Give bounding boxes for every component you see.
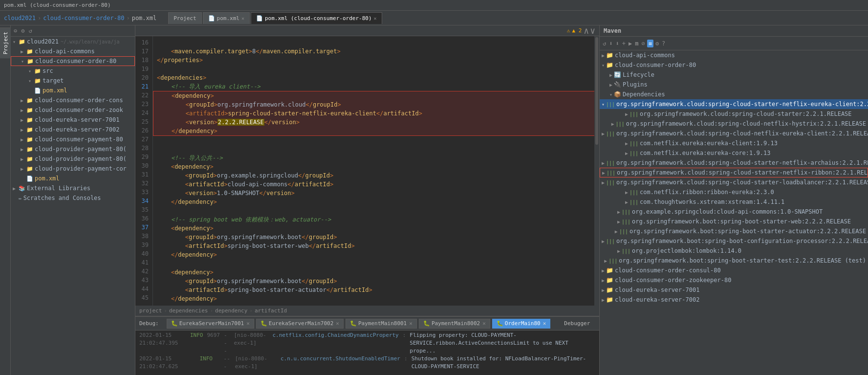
debug-session-order-80[interactable]: 🐛 OrderMain80 ✕ — [492, 319, 550, 329]
maven-dep-bar-web-icon: ||| — [622, 219, 630, 224]
tree-label-provider-80a: cloud-provider-payment-80( — [35, 146, 127, 153]
tree-item-target[interactable]: ▾ 📁 target — [11, 76, 135, 86]
maven-add-btn[interactable]: + — [621, 39, 627, 48]
maven-run-btn[interactable]: ▶ — [628, 39, 633, 48]
maven-item-ribbon[interactable]: ▶ ||| org.springframework.cloud:spring-c… — [600, 168, 868, 177]
tab-pom-xml-active[interactable]: 📄 pom.xml (cloud-consumer-order-80) ✕ — [251, 12, 382, 24]
maven-item-lombok[interactable]: ▶ ||| org.projectlombok:lombok:1.14.0 — [600, 246, 868, 256]
maven-m-btn[interactable]: m — [634, 39, 639, 48]
debug-session-payment-8001[interactable]: 🐛 PaymentMain8001 ✕ — [346, 319, 417, 329]
warning-expand-btn[interactable]: ∧ — [584, 25, 589, 36]
breadcrumb-project[interactable]: project — [139, 308, 162, 314]
debug-tab-debugger[interactable]: Debugger — [558, 319, 596, 328]
tree-item-pom-xml[interactable]: 📄 pom.xml — [11, 86, 135, 95]
tree-item-cloud-consumer-80[interactable]: ▾ 📁 cloud-consumer-order-80 — [11, 56, 135, 66]
maven-item-hystrix[interactable]: ▶ ||| org.springframework.cloud:spring-c… — [600, 119, 868, 129]
maven-label-api-dep: org.example.springcloud:cloud-api-common… — [632, 208, 823, 215]
close-session-7001[interactable]: ✕ — [246, 320, 250, 327]
debug-session-eureka-7001[interactable]: 🐛 EurekaServerMain7001 ✕ — [167, 319, 254, 329]
maven-item-eureka-client-netflix[interactable]: ▶ ||| com.netflix.eureka:eureka-client:1… — [600, 138, 868, 148]
tree-item-payment-80[interactable]: ▶ 📁 cloud-consumer-payment-80 — [11, 134, 135, 144]
maven-help-btn[interactable]: ? — [661, 39, 666, 48]
maven-arrow-es-7001: ▶ — [602, 287, 605, 293]
maven-item-lifecycle[interactable]: ▶ 🔄 Lifecycle — [600, 70, 868, 80]
tree-item-eureka-7001[interactable]: ▶ 📁 cloud-eureka-server-7001 — [11, 115, 135, 125]
maven-label-plugins: Plugins — [623, 81, 648, 88]
tree-item-scratches[interactable]: ✏️ Scratches and Consoles — [11, 193, 135, 203]
maven-arrow-eureka-core: ▶ — [625, 151, 628, 156]
maven-item-sb-test[interactable]: ▶ ||| org.springframework.boot:spring-bo… — [600, 256, 868, 265]
toolbar-refresh-btn[interactable]: ↺ — [27, 26, 33, 35]
maven-label-sc-starter: org.springframework.cloud:spring-cloud-s… — [640, 110, 851, 117]
tree-arrow-src: ▾ — [28, 68, 33, 74]
tree-item-root-pom[interactable]: 📄 pom.xml — [11, 174, 135, 183]
breadcrumb-dependency[interactable]: dependency — [215, 308, 247, 314]
toolbar-settings-btn[interactable]: ⚙ — [20, 26, 25, 35]
maven-item-archaius[interactable]: ▶ ||| org.springframework.cloud:spring-c… — [600, 158, 868, 168]
maven-item-ribbon-eureka[interactable]: ▶ ||| com.netflix.ribbon:ribbon-eureka:2… — [600, 187, 868, 197]
close-session-8002[interactable]: ✕ — [482, 320, 486, 327]
maven-item-netflix-eureka[interactable]: ▶ ||| org.springframework.cloud:spring-c… — [600, 129, 868, 138]
tree-item-cloud2021[interactable]: ▾ 📁 cloud2021 ~/.wxp/learn/java/ja — [11, 37, 135, 46]
maven-item-loadbalancer[interactable]: ▶ ||| org.springframework.cloud:spring-c… — [600, 177, 868, 187]
maven-item-cloud-api[interactable]: ▶ 📁 cloud-api-commons — [600, 50, 868, 60]
maven-item-api-commons-dep[interactable]: ▶ ||| org.example.springcloud:cloud-api-… — [600, 207, 868, 217]
tree-item-consumer-zook[interactable]: ▶ 📁 cloud-consumer-order-zook — [11, 105, 135, 115]
close-session-7002[interactable]: ✕ — [336, 320, 339, 327]
tree-folder-cor-icon: 📁 — [26, 166, 33, 172]
maven-item-eureka-server-7001[interactable]: ▶ 📁 cloud-eureka-server-7001 — [600, 285, 868, 295]
tree-item-provider-80b[interactable]: ▶ 📁 cloud-provider-payment-80( — [11, 154, 135, 164]
maven-item-dependencies[interactable]: ▾ 📦 Dependencies — [600, 89, 868, 99]
tab-pom-xml[interactable]: 📄 pom.xml ✕ — [203, 12, 250, 24]
maven-item-consul-80[interactable]: ▶ 📁 cloud-consumer-order-consul-80 — [600, 265, 868, 275]
maven-refresh-btn[interactable]: ↺ — [602, 39, 607, 48]
maven-arrow-sb-config: ▶ — [602, 239, 605, 244]
tree-item-cloud-api-commons[interactable]: ▶ 📁 cloud-api-commons — [11, 46, 135, 56]
tree-item-consumer-cons[interactable]: ▶ 📁 cloud-consumer-order-cons — [11, 95, 135, 105]
maven-item-sb-config[interactable]: ▶ ||| org.springframework.boot:spring-bo… — [600, 236, 868, 246]
maven-toggle-btn[interactable]: ≡ — [647, 40, 653, 47]
breadcrumb-item-1[interactable]: cloud-consumer-order-80 — [43, 15, 124, 22]
maven-arrow-sc-starter: ▶ — [625, 111, 628, 117]
tree-item-provider-80a[interactable]: ▶ 📁 cloud-provider-payment-80( — [11, 144, 135, 154]
code-content[interactable]: <maven.compiler.target>8</maven.compiler… — [153, 36, 599, 306]
debug-session-payment-8002[interactable]: 🐛 PaymentMain8002 ✕ — [419, 319, 490, 329]
breadcrumb-dependencies[interactable]: dependencies — [169, 308, 208, 314]
debug-tabs: Debugger Console — [558, 319, 599, 328]
maven-item-eureka-core[interactable]: ▶ ||| com.netflix.eureka:eureka-core:1.9… — [600, 148, 868, 158]
editor-scrollbar[interactable] — [594, 36, 599, 306]
tab-project[interactable]: Project — [168, 12, 201, 24]
breadcrumb-item-0[interactable]: cloud2021 — [4, 15, 36, 22]
side-tab-project[interactable]: Project — [0, 27, 11, 58]
tree-folder-7002-icon: 📁 — [26, 127, 33, 133]
toolbar-collapse-btn[interactable]: ⊖ — [13, 26, 18, 35]
tree-item-ext-libs[interactable]: ▶ 📚 External Libraries — [11, 183, 135, 193]
tab-close-active-icon[interactable]: ✕ — [374, 16, 377, 21]
maven-download-btn[interactable]: ⬇ — [614, 39, 620, 48]
close-session-order-80[interactable]: ✕ — [543, 320, 546, 327]
maven-item-sb-actuator[interactable]: ▶ ||| org.springframework.boot:spring-bo… — [600, 226, 868, 236]
maven-item-xstream[interactable]: ▶ ||| com.thoughtworks.xstream:xstream:1… — [600, 197, 868, 207]
close-session-8001[interactable]: ✕ — [409, 320, 412, 327]
tree-item-eureka-7002[interactable]: ▶ 📁 cloud-eureka-server-7002 — [11, 125, 135, 134]
breadcrumb-artifactid[interactable]: artifactId — [255, 308, 287, 314]
maven-skip-btn[interactable]: ⊘ — [640, 39, 646, 48]
warning-collapse-btn[interactable]: ∨ — [590, 25, 595, 36]
maven-item-sb-web[interactable]: ▶ ||| org.springframework.boot:spring-bo… — [600, 217, 868, 226]
maven-item-eureka-server-7002[interactable]: ▶ 📁 cloud-eureka-server-7002 — [600, 295, 868, 305]
tab-close-icon[interactable]: ✕ — [241, 16, 244, 21]
maven-settings-btn[interactable]: ⚙ — [654, 39, 660, 48]
maven-item-sc-starter[interactable]: ▶ ||| org.springframework.cloud:spring-c… — [600, 109, 868, 119]
tree-item-src[interactable]: ▾ 📁 src — [11, 66, 135, 76]
maven-item-consumer-80[interactable]: ▾ 📁 cloud-consumer-order-80 — [600, 60, 868, 70]
maven-item-zookeeper-80[interactable]: ▶ 📁 cloud-consumer-order-zookeeper-80 — [600, 275, 868, 285]
scrollbar-thumb[interactable] — [595, 37, 598, 145]
maven-item-plugins[interactable]: ▶ 🔌 Plugins — [600, 80, 868, 89]
tree-arrow-consumer-80: ▾ — [21, 59, 26, 64]
maven-folder-es-7002-icon: 📁 — [606, 296, 613, 303]
debug-session-eureka-7002[interactable]: 🐛 EurekaServerMain7002 ✕ — [256, 319, 344, 329]
tree-item-provider-cor[interactable]: ▶ 📁 cloud-provider-payment-cor — [11, 164, 135, 174]
maven-item-eureka-client[interactable]: ▾ ||| org.springframework.cloud:spring-c… — [600, 99, 868, 109]
editor-content[interactable]: 16 17 18 19 20 21 22 23 24 25 26 27 28 2… — [135, 36, 599, 306]
maven-import-btn[interactable]: ⬇ — [608, 39, 613, 48]
